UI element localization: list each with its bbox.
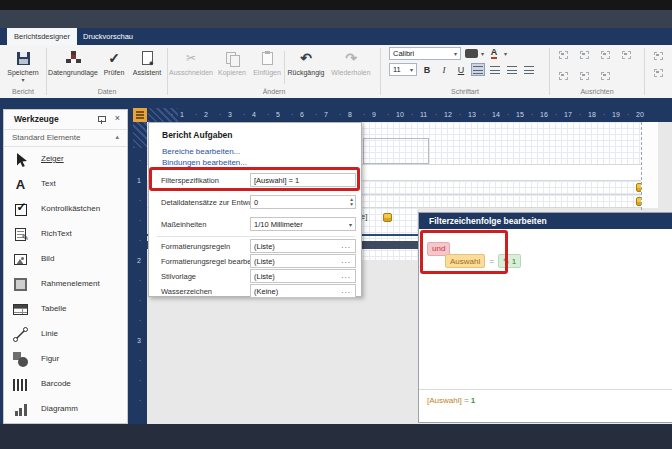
filter-value-badge[interactable]: ✎ 1 <box>498 254 521 268</box>
toolbox-item-linie[interactable]: Linie <box>4 322 127 347</box>
ruler-number: 19 <box>612 111 620 118</box>
toolbox-item-figur[interactable]: Figur <box>4 347 127 372</box>
align-right-button[interactable] <box>505 63 519 76</box>
ellipsis-button[interactable]: ... <box>341 286 351 295</box>
close-icon[interactable]: × <box>115 113 120 123</box>
detaildatensaetze-spinner[interactable]: 0▴▾ <box>250 195 356 209</box>
ellipsis-button[interactable]: ... <box>341 241 351 250</box>
redo-button[interactable]: ↷ Wiederholen <box>327 48 375 87</box>
filter-preview-text: [Auswahl] = 1 <box>427 396 475 405</box>
pruefen-button[interactable]: ✓ Prüfen <box>99 48 129 87</box>
align-center-icon <box>490 66 500 74</box>
ribbon-group-partial <box>645 45 672 98</box>
filter-equals: = <box>489 257 494 266</box>
chevron-down-icon[interactable]: ▾ <box>504 52 507 56</box>
ribbon-group-aendern: ✂ Ausschneiden Kopieren Einfügen ↶ Rückg… <box>168 45 380 98</box>
ruler-number: 1 <box>137 177 141 184</box>
element-smart-tag-icon[interactable] <box>383 213 392 222</box>
font-name-combo[interactable]: Calibri ▾ <box>389 47 461 60</box>
vertical-ruler: ··········123 <box>133 122 147 424</box>
stilvorlage-value[interactable]: (Liste)... <box>250 269 356 283</box>
align-middle-icon[interactable] <box>600 49 611 60</box>
masseinheiten-dropdown[interactable]: 1/10 Millimeter▾ <box>250 217 356 231</box>
ruler-number: 3 <box>228 111 232 118</box>
save-dropdown-caret[interactable]: ▾ <box>21 78 24 82</box>
align-center-button[interactable] <box>488 63 502 76</box>
copy-icon <box>226 52 239 65</box>
filter-editor-panel: Filterzeichenfolge bearbeiten und Auswah… <box>418 212 672 423</box>
formatierungsregel-bearbeiten-value[interactable]: (Liste)... <box>250 254 356 268</box>
toolbox-item-rahmenelement[interactable]: Rahmenelement <box>4 272 127 297</box>
toolbox-item-zeiger[interactable]: Zeiger <box>4 147 127 172</box>
italic-button[interactable]: I <box>437 63 451 76</box>
toolbox-section-standard-elemente[interactable]: Standard Elemente ▴ <box>4 130 127 147</box>
toolbox-item-richtext[interactable]: RichText <box>4 222 127 247</box>
align-justify-button[interactable] <box>522 63 536 76</box>
assistent-button[interactable]: Assistent <box>129 48 165 87</box>
ellipsis-button[interactable]: ... <box>341 271 351 280</box>
copy-button[interactable]: Kopieren <box>214 48 250 87</box>
distribute-horizontal-icon[interactable] <box>558 70 569 81</box>
toolbox-item-kontrollkaestchen[interactable]: Kontrollkästchen <box>4 197 127 222</box>
ruler-number: 13 <box>468 111 476 118</box>
ruler-number: 7 <box>324 111 328 118</box>
wasserzeichen-value[interactable]: (Keine)... <box>250 284 356 298</box>
align-edges-icon[interactable] <box>579 49 590 60</box>
ruler-number: 15 <box>516 111 524 118</box>
ruler-margin-hatch <box>133 122 147 148</box>
formatierungsregel-bearbeiten-label: Formatierungsregel bearbeiten <box>161 257 264 266</box>
group-label-schriftart: Schriftart <box>381 87 549 98</box>
ribbon-tab-row: Berichtsdesigner Druckvorschau <box>0 28 672 45</box>
stilvorlage-label: Stilvorlage <box>161 272 196 281</box>
tab-berichtsdesigner[interactable]: Berichtsdesigner <box>7 28 77 45</box>
filter-editor-title: Filterzeichenfolge bearbeiten <box>419 213 672 229</box>
bereiche-bearbeiten-link[interactable]: Bereiche bearbeiten... <box>162 147 240 156</box>
distribute-vertical-icon[interactable] <box>579 70 590 81</box>
chevron-down-icon[interactable]: ▾ <box>481 52 484 56</box>
highlight-color-button[interactable] <box>464 47 478 60</box>
validate-check-icon: ✓ <box>108 50 120 66</box>
bold-button[interactable]: B <box>420 63 434 76</box>
underline-button[interactable]: U <box>454 63 468 76</box>
label-element[interactable] <box>363 138 429 164</box>
pencil-icon: ✎ <box>503 257 510 266</box>
ruler-number: 20 <box>636 111 644 118</box>
size-icon[interactable] <box>653 50 664 61</box>
align-objects-icon[interactable] <box>558 49 569 60</box>
bindungen-bearbeiten-link[interactable]: Bindungen bearbeiten... <box>162 158 247 167</box>
font-color-icon: A <box>491 48 498 59</box>
datengrundlage-button[interactable]: Datengrundlage <box>47 48 99 87</box>
ruler-number: 11 <box>420 111 427 118</box>
undo-button[interactable]: ↶ Rückgängig <box>285 48 327 87</box>
formatierungsregeln-value[interactable]: (Liste)... <box>250 239 356 253</box>
group-label-ausrichten: Ausrichten <box>550 87 644 98</box>
smart-tag-icon[interactable] <box>133 108 147 122</box>
cut-button[interactable]: ✂ Ausschneiden <box>168 48 214 87</box>
ribbon-group-schriftart: Calibri ▾ ▾ A ▾ 11 ▾ B I U <box>381 45 549 98</box>
ellipsis-button[interactable]: ... <box>341 256 351 265</box>
filter-field-badge[interactable]: Auswahl <box>445 254 485 268</box>
chevron-down-icon: ▾ <box>349 221 352 228</box>
toolbox-item-diagramm[interactable]: Diagramm <box>4 397 127 422</box>
ribbon: Speichern ▾ Bericht Datengrundlage ✓ Prü… <box>0 45 672 103</box>
save-button[interactable]: Speichern ▾ <box>0 48 46 87</box>
paste-button[interactable]: Einfügen <box>250 48 284 87</box>
center-icon[interactable] <box>653 67 664 78</box>
toolbox-item-text[interactable]: A Text <box>4 172 127 197</box>
align-left-icon <box>473 66 483 74</box>
filterspezifikation-value[interactable]: [Auswahl] = 1 <box>250 173 356 187</box>
tab-druckvorschau[interactable]: Druckvorschau <box>83 28 133 45</box>
font-size-combo[interactable]: 11 ▾ <box>389 63 417 76</box>
ruler-number: 10 <box>396 111 404 118</box>
toolbox-item-barcode[interactable]: Barcode <box>4 372 127 397</box>
align-bottom-icon[interactable] <box>621 49 632 60</box>
pin-icon[interactable] <box>97 115 105 124</box>
data-source-icon <box>66 51 81 65</box>
align-baseline-icon[interactable] <box>600 70 611 81</box>
toolbox-item-tabelle[interactable]: Tabelle <box>4 297 127 322</box>
toolbox-item-bild[interactable]: Bild <box>4 247 127 272</box>
align-left-button[interactable] <box>471 63 485 76</box>
font-color-button[interactable]: A <box>487 47 501 60</box>
align-right-icon <box>507 66 517 74</box>
spinner-arrows-icon[interactable]: ▴▾ <box>350 196 353 208</box>
